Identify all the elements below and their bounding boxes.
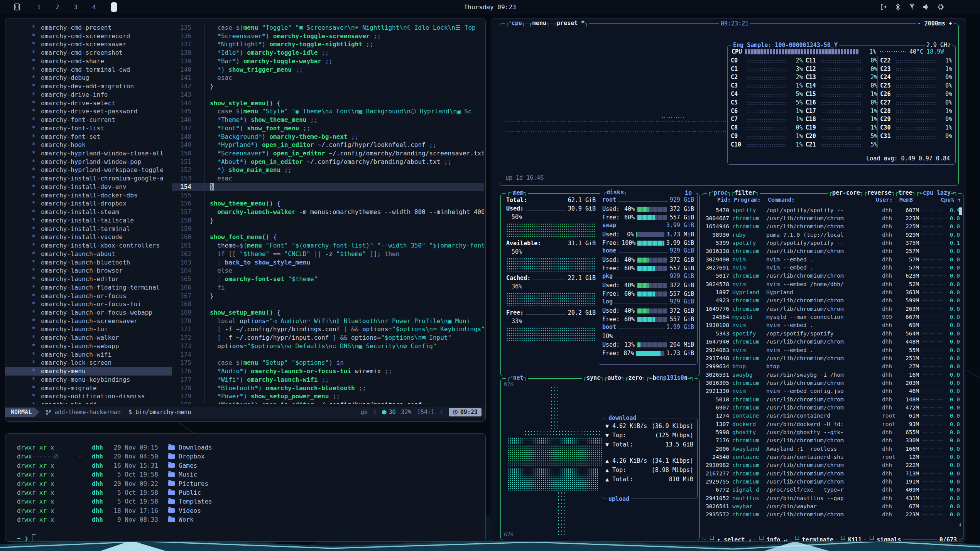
process-row[interactable]: 5018 chromium /usr/lib/chromium/chrom dh… xyxy=(705,395,960,403)
preset-button[interactable]: preset * xyxy=(557,20,585,27)
file-item[interactable]: * omarchy-launch-editor xyxy=(5,275,172,283)
file-item[interactable]: * omarchy-cmd-screenshot xyxy=(5,49,172,57)
dir-row[interactable]: drwx------@ - dhh 20 Nov 04:50 Dropbox xyxy=(17,452,485,461)
process-row[interactable]: 5017 chromium /usr/lib/chromium/chrom dh… xyxy=(705,272,960,280)
process-row[interactable]: 2917448 chromium /usr/lib/chromium/chrom… xyxy=(705,354,960,362)
io-toggle[interactable]: io xyxy=(683,189,693,196)
process-row[interactable]: 6907 chromium /usr/lib/chromium/chrom dh… xyxy=(705,403,960,411)
file-item[interactable]: * omarchy-install-terminal xyxy=(5,225,172,233)
file-item[interactable]: * omarchy-cmd-screenrecord xyxy=(5,32,172,40)
footer-action[interactable]: Kill xyxy=(837,536,864,542)
file-item[interactable]: * omarchy-notification-dismiss xyxy=(5,392,172,401)
dir-row[interactable]: drwxr-xr-x - dhh 5 Oct 19:58 Music xyxy=(17,470,485,479)
sort-left-arrow[interactable]: ← xyxy=(919,189,923,196)
process-row[interactable]: 98930 ruby puma 7.1.0 (tcp://local dhh 9… xyxy=(705,231,960,239)
file-item[interactable]: * omarchy-drive-select xyxy=(5,99,172,108)
file-item[interactable]: * omarchy-launch-tui xyxy=(5,325,172,334)
process-row[interactable]: 2935572 chromium /usr/lib/chromium/chrom… xyxy=(705,511,960,519)
process-row[interactable]: 6772 signal-d /proc/self/exe --type=r dh… xyxy=(705,486,960,494)
dir-row[interactable]: drwxr-xr-x - dhh 9 Nov 08:33 Work xyxy=(17,515,485,524)
file-item[interactable]: * omarchy-menu-keybindings xyxy=(5,376,172,384)
file-item[interactable]: * omarchy-install-vscode xyxy=(5,233,172,241)
process-row[interactable]: 3026541 waybar /usr/bin/waybar dhh 67M 0… xyxy=(705,502,960,510)
dir-row[interactable]: drwxr-xr-x - dhh 16 Nov 15:31 Games xyxy=(17,461,485,470)
header-pid[interactable]: Pid: xyxy=(707,197,731,203)
file-item[interactable]: * omarchy-launch-bluetooth xyxy=(5,258,172,267)
process-row[interactable]: 1897 Hyprland Hyprland dhh 363M 0.0 xyxy=(705,288,960,296)
process-row[interactable]: 1274 containe /usr/bin/containerd root 6… xyxy=(705,412,960,420)
menu-button[interactable]: menu xyxy=(532,20,546,27)
process-row[interactable]: 2930982 chromium /usr/lib/chromium/chrom… xyxy=(705,461,960,469)
header-program[interactable]: Program: xyxy=(734,197,765,203)
process-row[interactable]: 1647940 chromium /usr/lib/chromium/chrom… xyxy=(705,338,960,346)
header-mem[interactable]: MemB xyxy=(894,197,913,203)
process-row[interactable]: 24564 mysqld mysqld --max-connection 999… xyxy=(705,313,960,321)
tree-button[interactable]: tree xyxy=(898,189,912,196)
file-item[interactable]: * omarchy-install-dev-env xyxy=(5,183,172,191)
file-item[interactable]: * omarchy-font-current xyxy=(5,116,172,124)
process-row[interactable]: 2999634 btop btop dhh 27M 0.0 xyxy=(705,362,960,371)
file-item[interactable]: * omarchy-hook xyxy=(5,141,172,149)
header-command[interactable]: Command: xyxy=(768,197,873,203)
code-pane[interactable]: 135 case $(menu "Toggle" "▣ Screensaver\… xyxy=(172,24,484,404)
sync-button[interactable]: sync xyxy=(586,374,600,381)
process-row[interactable]: 24540 containe /usr/bin/containerd-shi r… xyxy=(705,453,960,461)
process-row[interactable]: 2167277 chromium /usr/lib/chromium/chrom… xyxy=(705,469,960,477)
process-row[interactable]: 5399 spotify /opt/spotify/spotify -- dhh… xyxy=(705,239,960,247)
file-item[interactable]: * omarchy-install-chromium-google-a xyxy=(5,174,172,183)
file-item[interactable]: * omarchy-hyprland-window-close-all xyxy=(5,149,172,158)
zero-button[interactable]: zero xyxy=(628,374,642,381)
header-cpu[interactable]: Cpu% ↑ xyxy=(941,197,958,203)
file-item[interactable]: * omarchy-lock-screen xyxy=(5,359,172,367)
footer-action[interactable]: terminate xyxy=(791,536,836,542)
dir-row[interactable]: drwxr-xr-x - dhh 5 Oct 19:58 Templates xyxy=(17,497,485,506)
file-item[interactable]: * omarchy-font-set xyxy=(5,133,172,141)
dir-row[interactable]: drwxr-xr-x - dhh 20 Nov 09:15 Downloads xyxy=(17,443,485,452)
process-row[interactable]: 3026531 swaybg /usr/bin/swaybg -i /hom d… xyxy=(705,371,960,379)
file-item[interactable]: * omarchy-debug xyxy=(5,74,172,82)
file-item[interactable]: * omarchy-install-xbox-controllers xyxy=(5,241,172,250)
dir-row[interactable]: drwxr-xr-x - dhh 5 Oct 19:58 Public xyxy=(17,488,485,497)
file-item[interactable]: * omarchy-dev-add-migration xyxy=(5,82,172,91)
file-item[interactable]: * omarchy-launch-browser xyxy=(5,266,172,275)
process-row[interactable]: 5998 ghostty /usr/bin/ghostty --gtk- dhh… xyxy=(705,428,960,436)
process-scrollbar-thumb[interactable] xyxy=(959,207,962,215)
file-item[interactable]: * omarchy-cmd-share xyxy=(5,57,172,66)
process-row[interactable]: 3027691 nvim nvim --embed . dhh 57M 0.0 xyxy=(705,263,960,271)
scroll-down-icon[interactable]: ↓ xyxy=(958,521,962,527)
interval-minus-button[interactable]: - xyxy=(917,20,921,27)
sort-right-arrow[interactable]: → xyxy=(951,189,954,196)
file-item[interactable]: * omarchy-menu xyxy=(5,367,172,376)
file-item[interactable]: * omarchy-install-tailscale xyxy=(5,216,172,225)
file-item[interactable]: * omarchy-cmd-present xyxy=(5,24,172,32)
file-item[interactable]: * omarchy-pkg-add xyxy=(5,401,172,404)
file-item[interactable]: * omarchy-launch-or-focus-webapp xyxy=(5,308,172,317)
process-row[interactable]: 2921330 nvim nvim --embed config.jso dhh… xyxy=(705,387,960,395)
process-row[interactable]: 5343 spotify /opt/spotify/spotify dhh 56… xyxy=(705,329,960,337)
process-row[interactable]: 1649776 chromium /usr/lib/chromium/chrom… xyxy=(705,305,960,313)
process-row[interactable]: 2006 Xwayland Xwayland :1 -rootless - dh… xyxy=(705,445,960,453)
dir-row[interactable]: drwxr-xr-x - dhh 20 Nov 09:22 Pictures xyxy=(17,479,485,488)
process-row[interactable]: 2929755 chromium /usr/lib/chromium/chrom… xyxy=(705,477,960,485)
interval-plus-button[interactable]: + xyxy=(949,20,952,27)
process-row[interactable]: 5470 spotify /opt/spotify/spotify -- dhh… xyxy=(705,206,960,214)
file-item[interactable]: * omarchy-launch-or-focus-tui xyxy=(5,300,172,308)
process-row[interactable]: 1654946 chromium /usr/lib/chromium/chrom… xyxy=(705,222,960,231)
reverse-button[interactable]: reverse xyxy=(867,189,891,196)
file-item[interactable]: * omarchy-hyprland-window-pop xyxy=(5,158,172,166)
dir-row[interactable]: drwxr-xr-x - dhh 18 Nov 17:16 Videos xyxy=(17,506,485,515)
file-item[interactable]: * omarchy-launch-screensaver xyxy=(5,317,172,325)
file-item[interactable]: * omarchy-migrate xyxy=(5,384,172,393)
process-row[interactable]: 7176 chromium /usr/lib/chromium/chrom dh… xyxy=(705,436,960,445)
process-row[interactable]: 2924063 nvim nvim --embed . dhh 55M 0.0 xyxy=(705,346,960,354)
file-item[interactable]: * omarchy-drive-info xyxy=(5,91,172,99)
process-row[interactable]: 1307 dockerd /usr/bin/dockerd -H fd: roo… xyxy=(705,420,960,428)
process-row[interactable]: 3024578 nvim nvim --embed /home/dhh/ dhh… xyxy=(705,280,960,288)
filter-button[interactable]: filter xyxy=(735,189,755,196)
auto-button[interactable]: auto xyxy=(607,374,621,381)
process-row[interactable]: 3016338 chromium /usr/lib/chromium/chrom… xyxy=(705,247,960,255)
file-item[interactable]: * omarchy-launch-or-focus xyxy=(5,292,172,300)
file-item[interactable]: * omarchy-install-dropbox xyxy=(5,199,172,208)
footer-action[interactable]: ↑ select ↓ xyxy=(706,536,754,542)
process-row[interactable]: 3029490 nvim nvim --embed . dhh 57M 0.0 xyxy=(705,255,960,263)
